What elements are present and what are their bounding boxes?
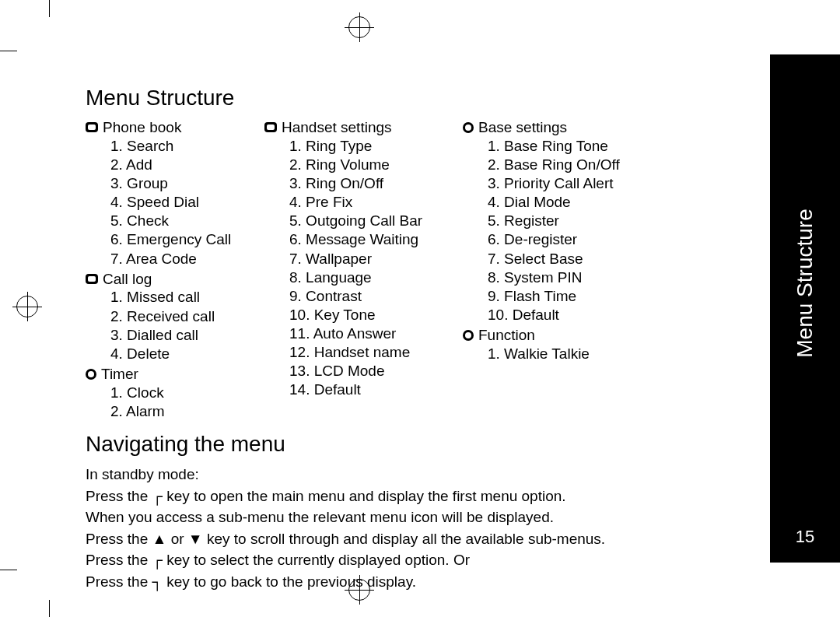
group-title: Timer — [101, 365, 138, 384]
nav-line-back: Press the ┐ key to go back to the previo… — [86, 572, 692, 592]
nav-line-open: Press the ┌ key to open the main menu an… — [86, 486, 692, 507]
nav-line-select: Press the ┌ key to select the currently … — [86, 550, 692, 570]
menu-item: 14. Default — [289, 380, 455, 399]
menu-icon-circle — [86, 369, 96, 380]
menu-group: Call log1. Missed call2. Received call3.… — [86, 270, 257, 363]
menu-item: 10. Key Tone — [289, 306, 455, 324]
key-back-icon: ┐ — [152, 572, 163, 592]
menu-item: 5. Check — [110, 212, 257, 230]
menu-item: 9. Contrast — [289, 287, 455, 306]
menu-item: 3. Priority Call Alert — [488, 174, 649, 193]
menu-item: 2. Alarm — [110, 402, 257, 421]
key-up-icon: ▲ — [152, 529, 167, 549]
menu-group: Base settings1. Base Ring Tone2. Base Ri… — [463, 118, 649, 324]
menu-item: 7. Area Code — [110, 250, 257, 268]
group-header: Handset settings — [264, 118, 455, 137]
menu-item: 2. Base Ring On/Off — [488, 156, 649, 174]
sidebar-tab: Menu Structure 15 — [770, 54, 840, 563]
menu-item: 1. Walkie Talkie — [488, 345, 649, 363]
menu-group: Timer1. Clock2. Alarm — [86, 365, 257, 421]
group-header: Call log — [86, 270, 257, 289]
menu-item: 4. Speed Dial — [110, 193, 257, 212]
group-title: Handset settings — [282, 118, 392, 137]
menu-item: 2. Add — [110, 156, 257, 174]
nav-line-submenu: When you access a sub-menu the relevant … — [86, 507, 692, 528]
group-header: Timer — [86, 365, 257, 384]
menu-item: 13. LCD Mode — [289, 362, 455, 380]
menu-item: 1. Base Ring Tone — [488, 137, 649, 156]
menu-item: 1. Ring Type — [289, 137, 455, 156]
menu-item: 6. Message Waiting — [289, 230, 455, 249]
key-select-icon: ┌ — [152, 550, 163, 570]
menu-item: 2. Ring Volume — [289, 156, 455, 174]
key-open-icon: ┌ — [152, 486, 163, 507]
menu-item: 1. Clock — [110, 384, 257, 402]
menu-icon-rect — [264, 122, 277, 132]
menu-icon-circle — [463, 122, 474, 133]
menu-item: 10. Default — [488, 306, 649, 324]
menu-group: Phone book1. Search2. Add3. Group4. Spee… — [86, 118, 257, 268]
menu-item: 3. Group — [110, 174, 257, 193]
page-number: 15 — [796, 527, 814, 547]
group-header: Function — [463, 326, 649, 345]
menu-item: 1. Search — [110, 137, 257, 156]
menu-item: 8. Language — [289, 268, 455, 287]
key-down-icon: ▼ — [188, 529, 203, 549]
menu-group: Handset settings1. Ring Type2. Ring Volu… — [264, 118, 455, 400]
group-title: Function — [478, 326, 535, 345]
heading-navigating: Navigating the menu — [86, 432, 692, 457]
menu-item: 2. Received call — [110, 307, 257, 326]
group-title: Call log — [103, 270, 152, 289]
menu-item: 5. Outgoing Call Bar — [289, 212, 455, 230]
group-items: 1. Base Ring Tone2. Base Ring On/Off3. P… — [463, 137, 649, 324]
group-items: 1. Search2. Add3. Group4. Speed Dial5. C… — [86, 137, 257, 268]
group-items: 1. Clock2. Alarm — [86, 384, 257, 421]
group-items: 1. Ring Type2. Ring Volume3. Ring On/Off… — [264, 137, 455, 400]
menu-item: 12. Handset name — [289, 343, 455, 362]
group-header: Phone book — [86, 118, 257, 137]
menu-column: Handset settings1. Ring Type2. Ring Volu… — [264, 118, 455, 422]
menu-item: 4. Pre Fix — [289, 193, 455, 212]
menu-icon-rect — [86, 122, 98, 132]
nav-line-scroll: Press the ▲ or ▼ key to scroll through a… — [86, 529, 692, 549]
menu-column: Base settings1. Base Ring Tone2. Base Ri… — [463, 118, 649, 422]
group-title: Base settings — [478, 118, 567, 137]
heading-menu-structure: Menu Structure — [86, 86, 692, 110]
menu-item: 4. Delete — [110, 345, 257, 363]
nav-line-standby: In standby mode: — [86, 465, 692, 485]
group-items: 1. Missed call2. Received call3. Dialled… — [86, 288, 257, 363]
menu-item: 7. Wallpaper — [289, 250, 455, 268]
menu-item: 9. Flash Time — [488, 287, 649, 306]
menu-item: 1. Missed call — [110, 288, 257, 307]
navigation-instructions: In standby mode: Press the ┌ key to open… — [86, 465, 692, 592]
menu-column: Phone book1. Search2. Add3. Group4. Spee… — [86, 118, 257, 422]
menu-item: 8. System PIN — [488, 268, 649, 287]
group-header: Base settings — [463, 118, 649, 137]
menu-item: 6. De-register — [488, 230, 649, 249]
menu-item: 3. Dialled call — [110, 326, 257, 345]
menu-item: 11. Auto Answer — [289, 324, 455, 343]
menu-item: 5. Register — [488, 212, 649, 230]
menu-group: Function1. Walkie Talkie — [463, 326, 649, 363]
menu-item: 6. Emergency Call — [110, 230, 257, 249]
group-items: 1. Walkie Talkie — [463, 345, 649, 363]
sidebar-label: Menu Structure — [793, 209, 817, 357]
menu-item: 4. Dial Mode — [488, 193, 649, 212]
menu-icon-circle — [463, 330, 474, 341]
group-title: Phone book — [103, 118, 181, 137]
menu-item: 7. Select Base — [488, 250, 649, 268]
menu-columns: Phone book1. Search2. Add3. Group4. Spee… — [86, 118, 692, 422]
menu-item: 3. Ring On/Off — [289, 174, 455, 193]
menu-icon-rect — [86, 274, 98, 284]
